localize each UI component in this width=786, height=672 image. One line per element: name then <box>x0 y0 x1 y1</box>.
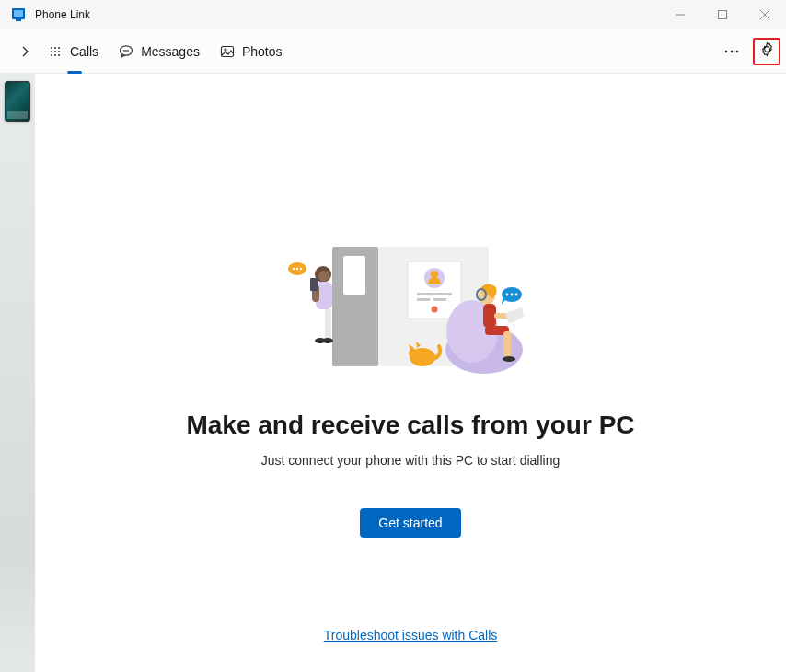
window-controls <box>659 0 786 29</box>
svg-point-9 <box>58 47 60 49</box>
svg-rect-2 <box>16 19 21 21</box>
hero-illustration <box>277 239 544 377</box>
device-sidebar <box>0 74 35 672</box>
svg-point-11 <box>54 51 56 52</box>
svg-point-35 <box>296 268 298 270</box>
tabs: Calls Messages Photos <box>48 29 283 73</box>
gear-icon <box>759 41 775 61</box>
hero-title: Make and receive calls from your PC <box>186 411 634 440</box>
app-icon <box>11 7 26 22</box>
device-thumbnail[interactable] <box>5 81 30 122</box>
close-button[interactable] <box>744 0 786 29</box>
message-icon <box>119 44 133 59</box>
svg-point-58 <box>506 294 509 296</box>
svg-rect-31 <box>433 298 446 301</box>
toolbar: Calls Messages Photos <box>0 29 786 74</box>
svg-point-47 <box>409 349 418 358</box>
svg-rect-52 <box>483 304 496 328</box>
svg-point-45 <box>322 338 333 343</box>
svg-point-36 <box>300 268 302 270</box>
svg-point-19 <box>225 48 226 50</box>
hero-subtitle: Just connect your phone with this PC to … <box>261 453 561 468</box>
photo-icon <box>220 44 235 59</box>
minimize-button[interactable] <box>659 0 701 29</box>
tab-messages[interactable]: Messages <box>119 29 200 73</box>
maximize-button[interactable] <box>701 0 744 29</box>
svg-point-34 <box>293 268 295 270</box>
svg-point-8 <box>54 47 56 49</box>
tab-calls[interactable]: Calls <box>48 29 98 73</box>
settings-button[interactable] <box>753 38 780 65</box>
tab-label: Photos <box>242 44 283 59</box>
svg-rect-55 <box>503 331 511 357</box>
dialpad-icon <box>48 44 63 59</box>
get-started-button[interactable]: Get started <box>360 508 460 538</box>
tab-photos[interactable]: Photos <box>220 29 283 73</box>
svg-point-20 <box>725 50 728 52</box>
troubleshoot-link[interactable]: Troubleshoot issues with Calls <box>324 628 498 643</box>
svg-point-13 <box>51 54 52 56</box>
svg-rect-24 <box>343 256 365 295</box>
svg-point-56 <box>503 356 515 362</box>
more-button[interactable] <box>716 36 747 67</box>
app-title: Phone Link <box>35 8 90 21</box>
svg-point-38 <box>318 271 329 282</box>
svg-point-59 <box>511 294 514 296</box>
svg-point-12 <box>58 51 60 52</box>
svg-point-32 <box>432 307 438 313</box>
svg-rect-4 <box>719 11 727 19</box>
svg-point-28 <box>431 271 438 278</box>
svg-point-10 <box>51 51 52 52</box>
svg-rect-30 <box>417 298 430 301</box>
back-button[interactable] <box>9 36 40 67</box>
svg-point-60 <box>515 294 518 296</box>
main-panel: Make and receive calls from your PC Just… <box>35 74 786 672</box>
svg-point-14 <box>54 54 56 56</box>
svg-point-15 <box>58 54 60 56</box>
titlebar: Phone Link <box>0 0 786 29</box>
svg-point-7 <box>51 47 52 49</box>
tab-label: Calls <box>70 44 98 59</box>
svg-point-21 <box>731 50 734 52</box>
content-area: Make and receive calls from your PC Just… <box>0 74 786 672</box>
tab-label: Messages <box>141 44 200 59</box>
svg-rect-43 <box>325 309 331 339</box>
svg-rect-29 <box>417 293 452 295</box>
toolbar-right <box>716 36 780 67</box>
svg-rect-41 <box>310 278 318 291</box>
svg-rect-42 <box>318 309 324 339</box>
svg-point-22 <box>736 50 739 52</box>
svg-rect-1 <box>14 10 23 17</box>
